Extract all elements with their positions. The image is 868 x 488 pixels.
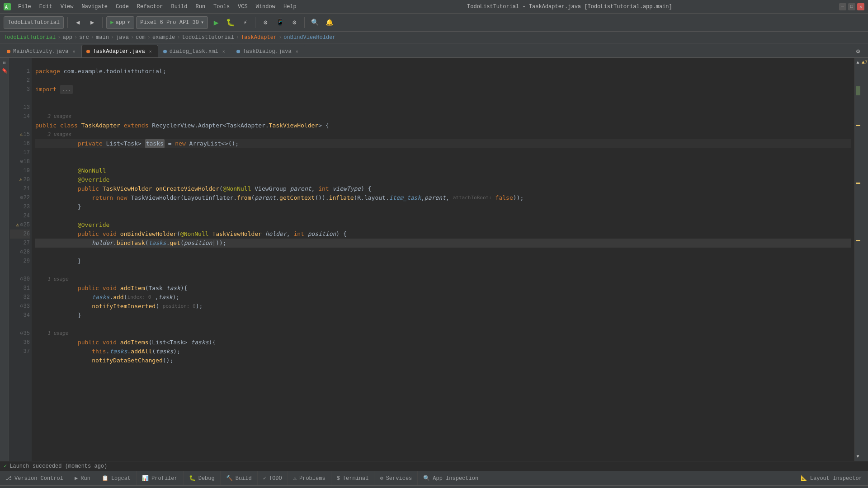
breadcrumb-src[interactable]: src bbox=[79, 34, 89, 41]
bottom-tab-services[interactable]: ⚙ Services bbox=[374, 471, 418, 486]
code-line-32: notifyItemInserted( position: 0); bbox=[35, 302, 851, 311]
problems-label: Problems bbox=[299, 475, 326, 482]
sdk-manager-button[interactable]: ⚙ bbox=[259, 16, 272, 29]
project-selector[interactable]: TodoListTutorial bbox=[4, 16, 64, 29]
gutter-empty-1 bbox=[10, 58, 30, 67]
services-icon: ⚙ bbox=[380, 475, 383, 482]
tab-settings-button[interactable]: ⚙ bbox=[852, 45, 864, 57]
menu-help[interactable]: Help bbox=[280, 3, 300, 11]
breadcrumb-project[interactable]: TodoListTutorial bbox=[4, 34, 56, 41]
code-editor[interactable]: 1 2 3 13 14 ⚠15 16 17 ⊖18 19 ⚠20 21 ⊖22 … bbox=[9, 58, 861, 461]
bottom-tab-problems[interactable]: ⚠ Problems bbox=[288, 471, 331, 486]
tab-close-taskdialog[interactable]: ✕ bbox=[294, 49, 300, 54]
terminal-icon: $ bbox=[337, 475, 340, 482]
tab-close-taskadapter[interactable]: ✕ bbox=[148, 49, 153, 54]
breadcrumb-example[interactable]: example bbox=[152, 34, 175, 41]
tab-taskadapter[interactable]: TaskAdapter.java ✕ bbox=[81, 45, 158, 57]
gutter-35: ⊖35 bbox=[10, 329, 30, 338]
warning-indicator-1 bbox=[856, 125, 860, 126]
gutter-37: 37 bbox=[10, 347, 30, 356]
run-config-selector[interactable]: ▶ app ▾ bbox=[106, 16, 134, 29]
code-line-usages30: 1 usage bbox=[35, 275, 851, 284]
notifications-button[interactable]: 🔔 bbox=[323, 16, 335, 29]
tab-dialog-xml[interactable]: dialog_task.xml ✕ bbox=[158, 45, 231, 57]
breadcrumb-method[interactable]: onBindViewHolder bbox=[283, 34, 335, 41]
close-button[interactable]: ✕ bbox=[857, 3, 864, 10]
scroll-down-button[interactable]: ▼ bbox=[856, 452, 859, 461]
gutter-2: 2 bbox=[10, 76, 30, 85]
structure-panel-toggle[interactable]: ≡ bbox=[2, 61, 7, 65]
code-line-28: } bbox=[35, 257, 851, 266]
bottom-tab-profiler[interactable]: 📊 Profiler bbox=[137, 471, 184, 486]
menu-window[interactable]: Window bbox=[252, 3, 279, 11]
menu-navigate[interactable]: Navigate bbox=[78, 3, 111, 11]
bottom-tab-appinspection[interactable]: 🔍 App Inspection bbox=[418, 471, 484, 486]
tab-taskdialog[interactable]: TaskDialog.java ✕ bbox=[231, 45, 305, 57]
code-line-13 bbox=[35, 103, 851, 112]
profiler-icon: 📊 bbox=[142, 475, 149, 482]
bookmarks-toggle[interactable]: 🔖 bbox=[1, 68, 7, 74]
breadcrumb-taskadapter[interactable]: TaskAdapter bbox=[241, 34, 277, 41]
breadcrumb-app[interactable]: app bbox=[62, 34, 72, 41]
menu-vcs[interactable]: VCS bbox=[234, 3, 251, 11]
gutter-26: 26 bbox=[10, 230, 30, 239]
menu-code[interactable]: Code bbox=[112, 3, 132, 11]
avd-manager-button[interactable]: 📱 bbox=[274, 16, 286, 29]
tab-mainactivity[interactable]: MainActivity.java ✕ bbox=[2, 45, 81, 57]
menu-run[interactable]: Run bbox=[192, 3, 209, 11]
menu-refactor[interactable]: Refactor bbox=[133, 3, 167, 11]
tab-label-taskdialog: TaskDialog.java bbox=[243, 48, 292, 55]
gutter-18: ⊖18 bbox=[10, 157, 30, 166]
scroll-up-button[interactable]: ▲ bbox=[856, 58, 859, 67]
menu-bar: File Edit View Navigate Code Refactor Bu… bbox=[14, 3, 300, 11]
search-button[interactable]: 🔍 bbox=[308, 16, 321, 29]
gutter-23: 23 bbox=[10, 202, 30, 211]
bottom-tab-terminal[interactable]: $ Terminal bbox=[331, 471, 375, 486]
gutter-25: ⚠⊖25 bbox=[10, 221, 30, 230]
bottom-tab-logcat[interactable]: 📋 Logcat bbox=[96, 471, 137, 486]
scrollbar-thumb[interactable] bbox=[856, 86, 860, 95]
scrollbar[interactable]: ▲ ▼ bbox=[854, 58, 861, 461]
run-button[interactable]: ▶ bbox=[210, 16, 222, 29]
bottom-tab-todo[interactable]: ✓ TODO bbox=[258, 471, 288, 486]
code-line-18: @NonNull bbox=[35, 166, 851, 175]
attach-button[interactable]: ⚡ bbox=[239, 16, 251, 29]
breadcrumb-todolisttutorial[interactable]: todolisttutorial bbox=[182, 34, 234, 41]
breadcrumb-main[interactable]: main bbox=[96, 34, 109, 41]
gutter-32: 32 bbox=[10, 293, 30, 302]
bottom-tab-versioncontrol[interactable]: ⎇ Version Control bbox=[0, 471, 69, 486]
code-line-16 bbox=[35, 148, 851, 157]
gutter-34: 34 bbox=[10, 311, 30, 320]
maximize-button[interactable]: □ bbox=[848, 3, 855, 10]
bottom-tab-run[interactable]: ▶ Run bbox=[69, 471, 96, 486]
code-text[interactable]: package com.example.todolisttutorial; im… bbox=[32, 58, 854, 461]
menu-edit[interactable]: Edit bbox=[36, 3, 56, 11]
code-line-30: public void addItem(Task task){ bbox=[35, 284, 851, 293]
forward-button[interactable]: ▶ bbox=[86, 16, 99, 29]
titlebar: A File Edit View Navigate Code Refactor … bbox=[0, 0, 868, 14]
menu-view[interactable]: View bbox=[57, 3, 77, 11]
menu-tools[interactable]: Tools bbox=[210, 3, 233, 11]
debug-button[interactable]: 🐛 bbox=[224, 16, 237, 29]
code-line-2 bbox=[35, 76, 851, 85]
breadcrumb-java[interactable]: java bbox=[116, 34, 129, 41]
bottom-toolbar: ⎇ Version Control ▶ Run 📋 Logcat 📊 Profi… bbox=[0, 471, 868, 485]
bottom-tab-build[interactable]: 🔨 Build bbox=[221, 471, 258, 486]
code-line-25: public void onBindViewHolder(@NonNull Ta… bbox=[35, 230, 851, 239]
warning-indicator-2 bbox=[856, 183, 860, 184]
back-button[interactable]: ◀ bbox=[71, 16, 84, 29]
menu-file[interactable]: File bbox=[14, 3, 35, 11]
bottom-tab-layoutinspector[interactable]: 📐 Layout Inspector bbox=[795, 471, 868, 486]
bottom-tab-debug[interactable]: 🐛 Debug bbox=[184, 471, 221, 486]
tab-close-dialog-xml[interactable]: ✕ bbox=[221, 49, 226, 54]
breadcrumb-com[interactable]: com bbox=[136, 34, 146, 41]
settings-button[interactable]: ⚙ bbox=[288, 16, 301, 29]
problems-icon: ⚠ bbox=[293, 475, 297, 482]
scrollbar-track[interactable] bbox=[855, 67, 861, 452]
device-selector[interactable]: Pixel 6 Pro API 30 ▾ bbox=[136, 16, 208, 29]
menu-build[interactable]: Build bbox=[167, 3, 191, 11]
warning-count-indicator[interactable]: ▲7 bbox=[861, 58, 868, 67]
minimize-button[interactable]: ─ bbox=[839, 3, 846, 10]
tab-close-mainactivity[interactable]: ✕ bbox=[71, 49, 76, 54]
project-label: TodoListTutorial bbox=[8, 19, 60, 26]
